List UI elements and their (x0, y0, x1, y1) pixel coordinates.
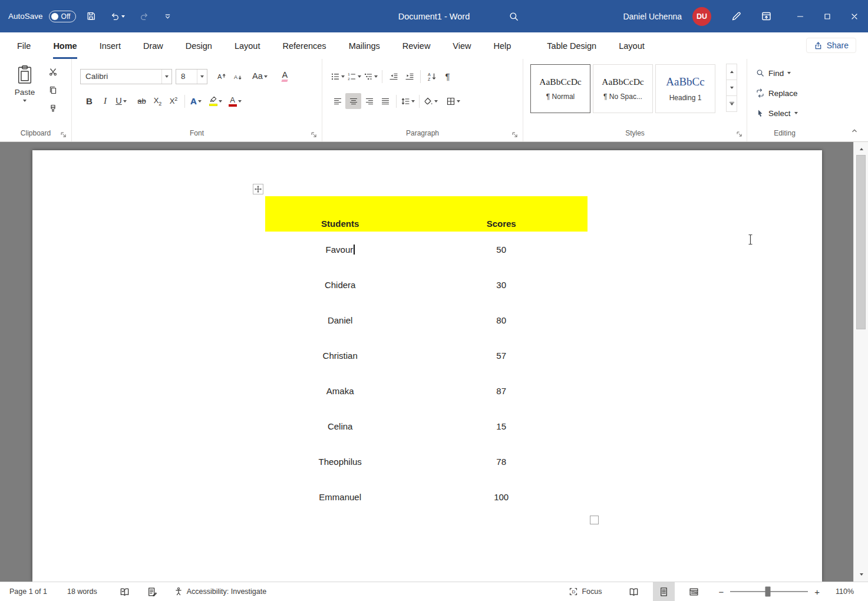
avatar[interactable]: DU (692, 7, 711, 26)
student-cell[interactable]: Emmanuel (265, 479, 415, 514)
font-name-combobox[interactable]: Calibri (80, 69, 172, 84)
styles-more-button[interactable] (726, 95, 737, 112)
header-cell-students[interactable]: Students (265, 196, 415, 232)
score-cell[interactable]: 78 (415, 444, 588, 479)
grow-font-button[interactable]: A (213, 68, 229, 84)
tab-insert[interactable]: Insert (100, 32, 121, 59)
cut-button[interactable] (45, 64, 61, 80)
zoom-slider-thumb[interactable] (765, 587, 770, 597)
score-cell[interactable]: 30 (415, 267, 588, 302)
tab-help[interactable]: Help (494, 32, 511, 59)
search-button[interactable] (504, 8, 523, 25)
minimize-button[interactable] (787, 0, 814, 32)
header-cell-scores[interactable]: Scores (415, 196, 588, 232)
customize-qat-button[interactable] (159, 9, 176, 24)
focus-button[interactable]: D Focus (563, 582, 608, 601)
clear-formatting-button[interactable]: A (277, 68, 293, 84)
proofing-button[interactable] (114, 582, 136, 601)
tab-home[interactable]: Home (53, 32, 77, 59)
italic-button[interactable]: I (97, 93, 113, 109)
tab-layout[interactable]: Layout (235, 32, 260, 59)
tab-review[interactable]: Review (402, 32, 431, 59)
zoom-out-button[interactable]: − (714, 582, 728, 601)
scrollbar-thumb[interactable] (856, 155, 866, 329)
subscript-button[interactable]: X2 (150, 93, 166, 109)
score-cell[interactable]: 50 (415, 232, 588, 267)
align-center-button[interactable] (345, 93, 361, 109)
pen-tools-button[interactable] (727, 8, 746, 25)
replace-button[interactable]: Replace (755, 88, 798, 98)
document-page[interactable]: Students Scores Favour 50 Chidera 30 Dan… (32, 150, 822, 582)
shrink-font-button[interactable]: A (229, 68, 245, 84)
text-highlight-button[interactable] (207, 93, 223, 109)
underline-button[interactable]: U (113, 93, 129, 109)
text-effects-button[interactable]: A (188, 93, 204, 109)
student-cell[interactable]: Favour (265, 232, 415, 267)
tab-table-design[interactable]: Table Design (547, 32, 596, 59)
font-size-combobox[interactable]: 8 (176, 69, 207, 84)
borders-button[interactable] (445, 93, 461, 109)
read-mode-button[interactable] (623, 582, 645, 601)
share-button[interactable]: Share (806, 38, 856, 53)
select-button[interactable]: Select (755, 108, 798, 118)
score-cell[interactable]: 80 (415, 302, 588, 338)
ribbon-display-options-button[interactable] (757, 8, 776, 25)
collapse-ribbon-button[interactable] (849, 126, 860, 138)
table-move-handle[interactable] (253, 184, 263, 194)
print-layout-button[interactable] (653, 582, 675, 601)
clipboard-dialog-launcher[interactable] (60, 130, 69, 140)
tab-draw[interactable]: Draw (143, 32, 163, 59)
align-right-button[interactable] (361, 93, 377, 109)
accessibility-button[interactable]: Accessibility: Investigate (168, 582, 272, 601)
editor-button[interactable] (141, 582, 163, 601)
score-cell[interactable]: 15 (415, 408, 588, 444)
find-button[interactable]: Find (755, 68, 791, 78)
student-cell[interactable]: Celina (265, 408, 415, 444)
student-cell[interactable]: Amaka (265, 373, 415, 408)
redo-button[interactable] (135, 8, 153, 24)
score-cell[interactable]: 87 (415, 373, 588, 408)
shading-button[interactable] (423, 93, 439, 109)
justify-button[interactable] (377, 93, 393, 109)
paragraph-dialog-launcher[interactable] (511, 130, 520, 140)
save-button[interactable] (82, 8, 100, 24)
word-count[interactable]: 18 words (61, 582, 103, 601)
increase-indent-button[interactable] (401, 68, 417, 84)
strikethrough-button[interactable]: ab (134, 93, 150, 109)
copy-button[interactable] (45, 82, 61, 98)
bold-button[interactable]: B (81, 93, 97, 109)
tab-mailings[interactable]: Mailings (349, 32, 380, 59)
table-resize-handle[interactable] (590, 516, 599, 524)
tab-view[interactable]: View (453, 32, 471, 59)
student-cell[interactable]: Christian (265, 338, 415, 373)
tab-design[interactable]: Design (186, 32, 212, 59)
student-cell[interactable]: Chidera (265, 267, 415, 302)
sort-button[interactable]: AZ (424, 68, 440, 84)
style-card[interactable]: AaBbCc Heading 1 (655, 64, 715, 113)
zoom-slider[interactable] (730, 582, 808, 601)
numbering-button[interactable]: 12 (346, 68, 362, 84)
autosave-toggle[interactable]: Off (49, 11, 77, 22)
score-cell[interactable]: 57 (415, 338, 588, 373)
font-color-button[interactable]: A (227, 93, 243, 109)
scroll-up-button[interactable] (854, 144, 868, 154)
tab-references[interactable]: References (282, 32, 326, 59)
user-name[interactable]: Daniel Uchenna (623, 12, 682, 21)
close-button[interactable] (841, 0, 868, 32)
show-formatting-marks-button[interactable]: ¶ (440, 68, 456, 84)
maximize-button[interactable] (814, 0, 841, 32)
format-painter-button[interactable] (45, 100, 61, 116)
zoom-level[interactable]: 110% (830, 582, 860, 601)
styles-scroll-up-button[interactable] (726, 64, 737, 80)
styles-scroll-down-button[interactable] (726, 80, 737, 96)
page-indicator[interactable]: Page 1 of 1 (4, 582, 53, 601)
paste-button[interactable]: Paste (9, 65, 40, 123)
font-dialog-launcher[interactable] (310, 130, 319, 140)
tab-layout[interactable]: Layout (619, 32, 645, 59)
student-cell[interactable]: Theophilus (265, 444, 415, 479)
line-spacing-button[interactable] (400, 93, 416, 109)
align-left-button[interactable] (329, 93, 345, 109)
score-cell[interactable]: 100 (415, 479, 588, 514)
scroll-down-button[interactable] (854, 569, 868, 580)
multilevel-list-button[interactable] (362, 68, 379, 84)
